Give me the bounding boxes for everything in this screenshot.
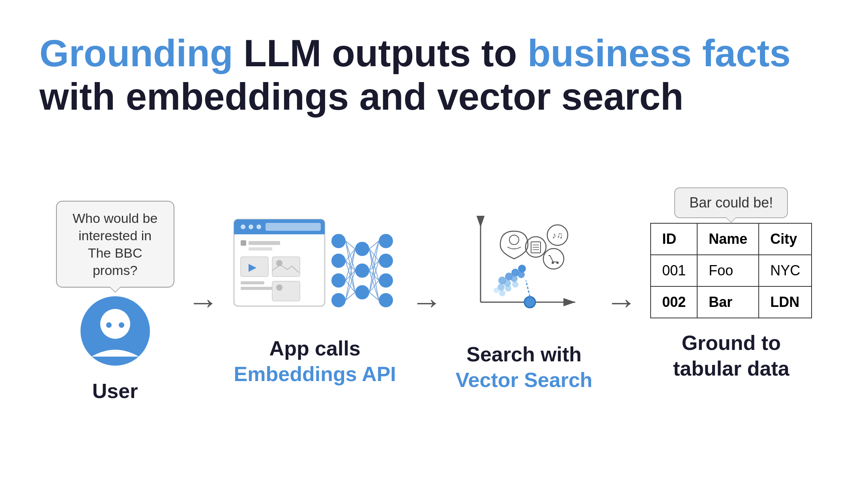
arrow-3: → <box>606 286 637 318</box>
embeddings-icon <box>232 217 398 324</box>
svg-point-32 <box>379 293 393 307</box>
user-avatar-icon <box>80 295 151 366</box>
svg-point-84 <box>524 297 535 308</box>
svg-point-81 <box>512 281 518 288</box>
table-row: 001 Foo NYC <box>651 255 812 286</box>
svg-point-23 <box>331 254 346 268</box>
svg-rect-20 <box>272 281 300 301</box>
svg-point-71 <box>556 262 559 264</box>
svg-point-2 <box>106 322 112 328</box>
svg-point-80 <box>499 290 505 296</box>
title-line-2: with embeddings and vector search <box>39 75 829 118</box>
title-line-1: Grounding LLM outputs to business facts <box>39 32 829 75</box>
title-block: Grounding LLM outputs to business facts … <box>39 32 829 119</box>
svg-point-26 <box>355 242 369 256</box>
svg-point-69 <box>543 249 564 269</box>
svg-rect-10 <box>266 223 321 231</box>
ground-section: Bar could be! ID Name City 001 Foo <box>650 223 812 381</box>
vector-search-visual: ♪♫ <box>457 211 591 330</box>
svg-point-31 <box>379 273 393 288</box>
svg-point-82 <box>518 271 525 278</box>
svg-point-29 <box>379 234 393 248</box>
svg-point-83 <box>494 288 499 293</box>
svg-point-68 <box>509 235 519 245</box>
svg-point-1 <box>100 309 130 339</box>
svg-line-85 <box>526 280 530 297</box>
svg-rect-11 <box>241 240 246 246</box>
svg-point-22 <box>331 234 346 248</box>
svg-point-7 <box>241 224 245 229</box>
title-business-facts: business facts <box>528 32 791 74</box>
embeddings-label: App calls Embeddings API <box>234 336 396 387</box>
table-header-id: ID <box>651 223 697 255</box>
table-cell: Bar <box>697 286 759 318</box>
svg-text:♪♫: ♪♫ <box>552 230 563 240</box>
svg-point-3 <box>119 322 124 328</box>
table-cell: NYC <box>759 255 812 286</box>
arrow-1: → <box>187 286 219 318</box>
svg-rect-18 <box>241 281 264 284</box>
title-grounding: Grounding <box>39 32 233 74</box>
svg-point-30 <box>379 254 393 268</box>
diagram: Who would be interested in The BBC proms… <box>39 142 829 462</box>
svg-rect-13 <box>249 247 272 250</box>
svg-point-28 <box>355 285 369 299</box>
svg-rect-14 <box>241 257 268 277</box>
table-cell: LDN <box>759 286 812 318</box>
arrow-2: → <box>411 286 442 318</box>
svg-rect-16 <box>272 257 300 277</box>
svg-point-76 <box>511 275 518 282</box>
svg-point-79 <box>505 285 511 292</box>
svg-point-63 <box>526 237 546 257</box>
table-cell: 001 <box>651 255 697 286</box>
svg-point-24 <box>331 273 346 288</box>
svg-point-21 <box>276 284 282 291</box>
embeddings-visual <box>232 217 398 324</box>
bar-bubble: Bar could be! <box>674 187 788 218</box>
svg-rect-12 <box>249 241 280 245</box>
vector-search-section: ♪♫ <box>456 211 593 393</box>
user-visual: Who would be interested in The BBC proms… <box>56 201 174 367</box>
table-cell: Foo <box>697 255 759 286</box>
ground-label: Ground to tabular data <box>673 330 789 381</box>
table-cell: 002 <box>651 286 697 318</box>
speech-bubble: Who would be interested in The BBC proms… <box>56 201 174 288</box>
svg-point-25 <box>331 293 346 307</box>
svg-point-9 <box>256 224 261 229</box>
svg-point-8 <box>249 224 253 229</box>
table-row-highlighted: 002 Bar LDN <box>651 286 812 318</box>
user-label: User <box>92 378 138 404</box>
user-section: Who would be interested in The BBC proms… <box>56 201 174 404</box>
svg-point-70 <box>552 262 554 264</box>
result-table: ID Name City 001 Foo NYC 002 <box>650 223 812 318</box>
ground-visual: Bar could be! ID Name City 001 Foo <box>650 223 812 318</box>
title-middle: LLM outputs to <box>233 32 528 74</box>
svg-point-27 <box>355 264 369 278</box>
table-header-city: City <box>759 223 812 255</box>
svg-rect-19 <box>241 287 276 290</box>
vector-search-label: Search with Vector Search <box>456 342 593 393</box>
slide: Grounding LLM outputs to business facts … <box>0 0 868 486</box>
embeddings-section: App calls Embeddings API <box>232 217 398 387</box>
vector-search-icon: ♪♫ <box>457 211 591 330</box>
